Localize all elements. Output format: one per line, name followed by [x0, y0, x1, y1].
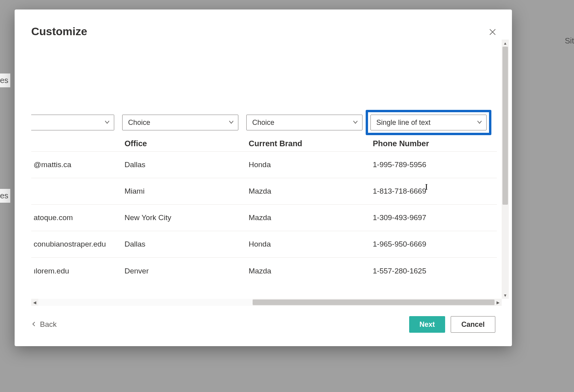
table-cell: Mazda — [246, 187, 370, 196]
dropdown-value: Choice — [252, 119, 274, 127]
scroll-left-button[interactable]: ◀ — [31, 299, 38, 306]
preview-table: Office Current Brand Phone Number @matti… — [31, 136, 497, 284]
table-cell: @mattis.ca — [31, 160, 122, 169]
column-header: Phone Number — [370, 139, 495, 148]
table-row: @mattis.ca Dallas Honda 1-995-789-5956 — [31, 152, 497, 178]
chevron-left-icon — [31, 320, 37, 329]
dropdown-value: Single line of text — [376, 119, 430, 127]
table-cell: atoque.com — [31, 213, 122, 222]
modal-title: Customize — [31, 25, 87, 38]
table-row: conubianostraper.edu Dallas Honda 1-965-… — [31, 231, 497, 258]
table-cell: 1-813-718-6669 — [370, 187, 495, 196]
table-cell: New York City — [122, 213, 246, 222]
modal-body: Choice Choice — [31, 40, 509, 311]
column-header: Office — [122, 139, 246, 148]
background-text: Sit — [563, 35, 574, 47]
table-cell: conubianostraper.edu — [31, 240, 122, 249]
close-icon — [489, 28, 496, 36]
dropdown-value: Choice — [128, 119, 150, 127]
scroll-up-button[interactable]: ▲ — [502, 40, 509, 47]
table-cell: Denver — [122, 267, 246, 275]
table-cell: Dallas — [122, 240, 246, 249]
next-button[interactable]: Next — [409, 316, 445, 333]
column-type-row: Choice Choice — [31, 115, 497, 130]
table-row: atoque.com New York City Mazda 1-309-493… — [31, 205, 497, 231]
table-cell: Honda — [246, 160, 370, 169]
chevron-down-icon — [477, 119, 482, 127]
background-text: es — [0, 189, 10, 203]
scroll-right-button[interactable]: ▶ — [495, 299, 502, 306]
background-text: es — [0, 74, 10, 87]
next-label: Next — [419, 320, 435, 329]
table-header-row: Office Current Brand Phone Number — [31, 136, 497, 152]
scroll-down-button[interactable]: ▼ — [502, 292, 509, 299]
column-type-dropdown-2[interactable]: Choice — [246, 115, 363, 130]
cancel-label: Cancel — [461, 320, 485, 329]
modal-header: Customize — [15, 9, 512, 40]
column-header: Current Brand — [246, 139, 370, 148]
column-type-dropdown-3[interactable]: Single line of text — [370, 115, 487, 130]
cancel-button[interactable]: Cancel — [451, 316, 495, 333]
horizontal-scrollbar[interactable]: ◀ ▶ — [31, 299, 502, 306]
back-button[interactable]: Back — [31, 320, 57, 329]
table-row: ılorem.edu Denver Mazda 1-557-280-1625 — [31, 258, 497, 284]
table-cell: 1-965-950-6669 — [370, 240, 495, 249]
back-label: Back — [40, 320, 57, 329]
horizontal-scroll-thumb[interactable] — [253, 300, 495, 305]
content-area: Choice Choice — [31, 40, 509, 311]
close-button[interactable] — [487, 26, 498, 40]
vertical-scroll-thumb[interactable] — [502, 47, 508, 205]
table-cell: ılorem.edu — [31, 267, 122, 275]
chevron-down-icon — [104, 119, 110, 127]
table-cell: Dallas — [122, 160, 246, 169]
table-cell: Honda — [246, 240, 370, 249]
customize-modal: Customize — [15, 9, 512, 346]
modal-footer: Back Next Cancel — [15, 315, 512, 346]
scroll-pane: Choice Choice — [31, 40, 509, 311]
column-type-dropdown-0[interactable] — [31, 115, 114, 130]
footer-buttons: Next Cancel — [409, 316, 495, 333]
table-row: Miami Mazda 1-813-718-6669 — [31, 178, 497, 205]
chevron-down-icon — [353, 119, 358, 127]
highlighted-dropdown-wrap: Single line of text — [366, 110, 491, 135]
chevron-down-icon — [228, 119, 234, 127]
table-cell: Miami — [122, 187, 246, 196]
table-cell: Mazda — [246, 213, 370, 222]
scroll-track[interactable] — [38, 299, 253, 306]
table-cell: 1-995-789-5956 — [370, 160, 495, 169]
vertical-scrollbar[interactable]: ▲ ▼ — [502, 40, 509, 299]
table-cell: 1-557-280-1625 — [370, 267, 495, 275]
column-type-dropdown-1[interactable]: Choice — [122, 115, 238, 130]
table-cell: 1-309-493-9697 — [370, 213, 495, 222]
table-cell: Mazda — [246, 267, 370, 275]
